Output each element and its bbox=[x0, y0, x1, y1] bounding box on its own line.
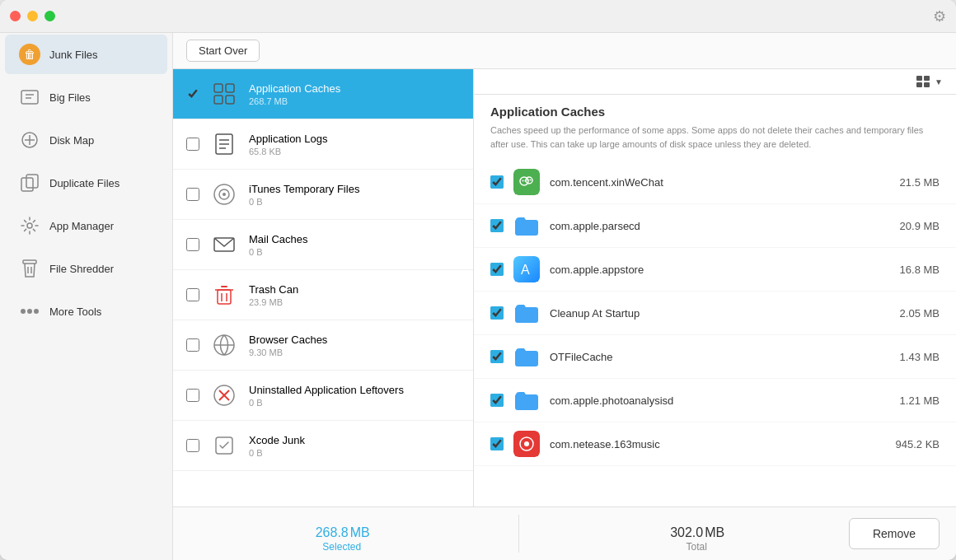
category-info-itunes-temp: iTunes Temporary Files 0 B bbox=[249, 183, 460, 207]
category-checkbox-uninstalled-leftovers[interactable] bbox=[186, 389, 199, 402]
selected-label: Selected bbox=[322, 541, 361, 553]
category-size-trash-can: 23.9 MB bbox=[249, 297, 460, 307]
total-number: 302.0MB bbox=[668, 515, 724, 541]
file-name-cleanup-startup: Cleanup At Startup bbox=[550, 307, 872, 320]
total-info: 302.0MB Total bbox=[519, 515, 848, 553]
maximize-button[interactable] bbox=[45, 11, 55, 21]
file-item-cleanup-startup[interactable]: Cleanup At Startup 2.05 MB bbox=[474, 292, 956, 335]
category-size-browser-caches: 9.30 MB bbox=[249, 348, 460, 357]
files-header-info: Application Caches Caches speed up the p… bbox=[474, 95, 956, 157]
file-icon-otfilecache bbox=[513, 343, 540, 370]
files-toolbar: ▼ bbox=[474, 69, 956, 95]
category-size-mail-caches: 0 B bbox=[249, 247, 460, 257]
svg-point-48 bbox=[527, 180, 529, 181]
category-item-app-logs[interactable]: Application Logs 65.8 KB bbox=[173, 119, 473, 170]
svg-point-27 bbox=[223, 193, 226, 196]
more-tools-icon bbox=[18, 300, 41, 323]
sidebar-item-app-manager[interactable]: App Manager bbox=[5, 206, 167, 245]
total-unit: MB bbox=[705, 525, 724, 539]
svg-rect-2 bbox=[21, 91, 38, 104]
category-checkbox-mail-caches[interactable] bbox=[186, 238, 199, 251]
category-item-mail-caches[interactable]: Mail Caches 0 B bbox=[173, 220, 473, 270]
file-item-otfilecache[interactable]: OTFileCache 1.43 MB bbox=[474, 335, 956, 379]
category-checkbox-app-logs[interactable] bbox=[186, 138, 199, 151]
selected-number: 268.8MB bbox=[314, 515, 370, 541]
files-list: com.tencent.xinWeChat 21.5 MB com.apple.… bbox=[474, 157, 956, 506]
main-window: ⚙ 🗑 Junk Files Big Files Disk Map Duplic… bbox=[0, 0, 956, 560]
file-item-163music[interactable]: com.netease.163music 945.2 KB bbox=[474, 422, 956, 466]
svg-point-52 bbox=[524, 441, 529, 446]
category-info-trash-can: Trash Can 23.9 MB bbox=[249, 283, 460, 307]
category-info-xcode-junk: Xcode Junk 0 B bbox=[249, 434, 460, 458]
file-item-wechat[interactable]: com.tencent.xinWeChat 21.5 MB bbox=[474, 161, 956, 204]
file-checkbox-otfilecache[interactable] bbox=[490, 350, 504, 363]
svg-point-46 bbox=[523, 180, 524, 182]
file-icon-wechat bbox=[513, 169, 540, 195]
sidebar-item-big-files[interactable]: Big Files bbox=[5, 77, 167, 117]
category-name-browser-caches: Browser Caches bbox=[249, 334, 460, 346]
category-item-browser-caches[interactable]: Browser Caches 9.30 MB bbox=[173, 320, 473, 371]
svg-rect-11 bbox=[23, 260, 36, 264]
sidebar-item-disk-map[interactable]: Disk Map bbox=[5, 120, 167, 160]
svg-rect-43 bbox=[924, 82, 930, 87]
file-icon-parsecd bbox=[513, 212, 540, 239]
category-icon-app-logs bbox=[209, 129, 239, 159]
file-item-parsecd[interactable]: com.apple.parsecd 20.9 MB bbox=[474, 204, 956, 248]
start-over-button[interactable]: Start Over bbox=[186, 40, 260, 62]
categories-panel: Application Caches 268.7 MB Application … bbox=[173, 69, 474, 506]
remove-button[interactable]: Remove bbox=[849, 518, 940, 549]
sidebar-item-file-shredder[interactable]: File Shredder bbox=[5, 249, 167, 288]
file-checkbox-163music[interactable] bbox=[490, 437, 504, 450]
category-checkbox-app-caches[interactable] bbox=[186, 87, 199, 100]
category-icon-app-caches bbox=[209, 79, 239, 109]
category-checkbox-xcode-junk[interactable] bbox=[186, 439, 199, 452]
category-name-mail-caches: Mail Caches bbox=[249, 233, 460, 245]
sidebar-item-duplicate-files[interactable]: Duplicate Files bbox=[5, 163, 167, 203]
file-icon-appstore: A bbox=[513, 256, 540, 282]
category-item-xcode-junk[interactable]: Xcode Junk 0 B bbox=[173, 421, 473, 471]
file-shredder-icon bbox=[18, 257, 41, 280]
svg-point-10 bbox=[27, 223, 32, 228]
file-checkbox-wechat[interactable] bbox=[490, 175, 504, 189]
file-checkbox-cleanup-startup[interactable] bbox=[490, 306, 504, 320]
minimize-button[interactable] bbox=[27, 11, 38, 21]
settings-icon[interactable]: ⚙ bbox=[933, 7, 946, 26]
svg-point-49 bbox=[530, 180, 532, 181]
file-item-appstore[interactable]: A com.apple.appstore 16.8 MB bbox=[474, 248, 956, 292]
file-checkbox-parsecd[interactable] bbox=[490, 219, 504, 232]
main-layout: 🗑 Junk Files Big Files Disk Map Duplicat… bbox=[0, 33, 956, 560]
file-name-wechat: com.tencent.xinWeChat bbox=[550, 176, 872, 189]
file-checkbox-photoanalysisd[interactable] bbox=[490, 394, 504, 407]
category-name-app-caches: Application Caches bbox=[249, 82, 460, 95]
svg-rect-40 bbox=[916, 76, 922, 81]
file-name-appstore: com.apple.appstore bbox=[550, 264, 872, 276]
file-item-photoanalysisd[interactable]: com.apple.photoanalysisd 1.21 MB bbox=[474, 379, 956, 422]
sidebar-item-junk-files[interactable]: 🗑 Junk Files bbox=[5, 35, 167, 74]
category-item-trash-can[interactable]: Trash Can 23.9 MB bbox=[173, 270, 473, 320]
category-icon-mail-caches bbox=[209, 230, 239, 259]
file-checkbox-appstore[interactable] bbox=[490, 263, 504, 276]
category-item-app-caches[interactable]: Application Caches 268.7 MB bbox=[173, 69, 473, 119]
category-icon-trash-can bbox=[209, 280, 239, 310]
view-toggle[interactable]: ▼ bbox=[916, 76, 943, 87]
top-bar: Start Over bbox=[173, 33, 956, 69]
category-checkbox-itunes-temp[interactable] bbox=[186, 188, 199, 201]
svg-rect-42 bbox=[916, 82, 922, 87]
category-name-app-logs: Application Logs bbox=[249, 133, 460, 145]
category-checkbox-browser-caches[interactable] bbox=[186, 338, 199, 352]
svg-point-47 bbox=[525, 180, 527, 182]
file-size-wechat: 21.5 MB bbox=[882, 176, 940, 189]
category-item-itunes-temp[interactable]: iTunes Temporary Files 0 B bbox=[173, 170, 473, 220]
sidebar-label-duplicate-files: Duplicate Files bbox=[49, 177, 120, 189]
sidebar-item-more-tools[interactable]: More Tools bbox=[5, 292, 167, 331]
file-icon-163music bbox=[513, 431, 540, 457]
category-item-uninstalled-leftovers[interactable]: Uninstalled Application Leftovers 0 B bbox=[173, 371, 473, 421]
category-checkbox-trash-can[interactable] bbox=[186, 288, 199, 301]
svg-rect-20 bbox=[226, 96, 234, 104]
category-info-app-caches: Application Caches 268.7 MB bbox=[249, 82, 460, 106]
sidebar-label-file-shredder: File Shredder bbox=[49, 263, 114, 275]
category-name-xcode-junk: Xcode Junk bbox=[249, 434, 460, 446]
svg-point-45 bbox=[526, 177, 532, 184]
disk-map-icon bbox=[18, 128, 41, 152]
close-button[interactable] bbox=[10, 11, 21, 21]
